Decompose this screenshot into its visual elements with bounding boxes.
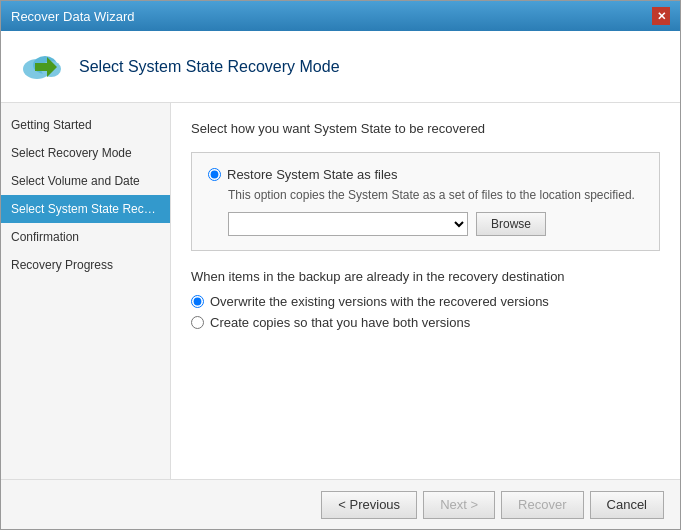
section-description: Select how you want System State to be r…: [191, 121, 660, 136]
overwrite-label[interactable]: Overwrite the existing versions with the…: [210, 294, 549, 309]
create-copies-radio-row: Create copies so that you have both vers…: [191, 315, 660, 330]
content-area: Getting Started Select Recovery Mode Sel…: [1, 103, 680, 479]
restore-files-label[interactable]: Restore System State as files: [227, 167, 398, 182]
wizard-window: Recover Data Wizard ✕ Select System Stat…: [0, 0, 681, 530]
header-bar: Select System State Recovery Mode: [1, 31, 680, 103]
sidebar-item-recovery-progress[interactable]: Recovery Progress: [1, 251, 170, 279]
overwrite-radio-row: Overwrite the existing versions with the…: [191, 294, 660, 309]
sidebar-item-select-system-state[interactable]: Select System State Reco...: [1, 195, 170, 223]
previous-button[interactable]: < Previous: [321, 491, 417, 519]
wizard-icon: [17, 43, 65, 91]
restore-radio-row: Restore System State as files: [208, 167, 643, 182]
browse-row: Browse: [228, 212, 643, 236]
footer: < Previous Next > Recover Cancel: [1, 479, 680, 529]
recover-button[interactable]: Recover: [501, 491, 583, 519]
sidebar-item-getting-started[interactable]: Getting Started: [1, 111, 170, 139]
restore-option-group: Restore System State as files This optio…: [191, 152, 660, 251]
close-button[interactable]: ✕: [652, 7, 670, 25]
title-bar: Recover Data Wizard ✕: [1, 1, 680, 31]
sidebar-item-select-recovery-mode[interactable]: Select Recovery Mode: [1, 139, 170, 167]
conflict-title: When items in the backup are already in …: [191, 269, 660, 284]
page-title: Select System State Recovery Mode: [79, 58, 340, 76]
main-content: Select how you want System State to be r…: [171, 103, 680, 479]
sidebar: Getting Started Select Recovery Mode Sel…: [1, 103, 171, 479]
path-dropdown[interactable]: [228, 212, 468, 236]
sidebar-item-select-volume-date[interactable]: Select Volume and Date: [1, 167, 170, 195]
next-button[interactable]: Next >: [423, 491, 495, 519]
cancel-button[interactable]: Cancel: [590, 491, 664, 519]
restore-files-description: This option copies the System State as a…: [228, 188, 643, 202]
overwrite-radio[interactable]: [191, 295, 204, 308]
browse-button[interactable]: Browse: [476, 212, 546, 236]
conflict-section: When items in the backup are already in …: [191, 269, 660, 330]
create-copies-label[interactable]: Create copies so that you have both vers…: [210, 315, 470, 330]
window-title: Recover Data Wizard: [11, 9, 135, 24]
restore-files-radio[interactable]: [208, 168, 221, 181]
create-copies-radio[interactable]: [191, 316, 204, 329]
sidebar-item-confirmation[interactable]: Confirmation: [1, 223, 170, 251]
